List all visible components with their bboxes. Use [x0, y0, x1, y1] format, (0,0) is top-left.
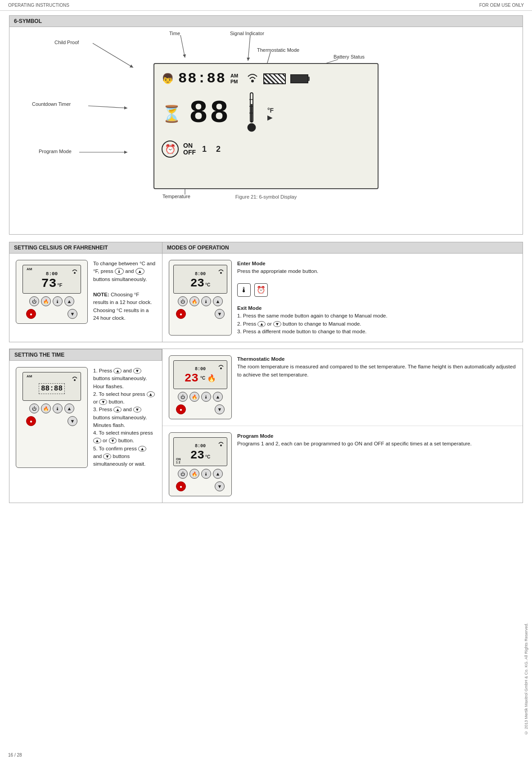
thermo-mode-item: 8:00 23 °C 🔥 ⏻ 🔥 🌡 ▲ ●	[162, 349, 523, 426]
enter-lcd: 8:00 23 °C	[173, 265, 227, 294]
enter-btn-row1: ⏻ 🔥 🌡 ▲	[173, 296, 227, 306]
enter-unit: °C	[205, 282, 210, 287]
svg-point-20	[220, 444, 222, 446]
time-display: 88:88	[178, 70, 226, 87]
thermo-flame: 🔥	[207, 374, 216, 382]
time-steps-text: 1. Press ▲ and ▼ buttons simultaneously.…	[93, 367, 156, 468]
program-mode-desc: Programs 1 and 2, each can be programmed…	[237, 441, 472, 446]
celsius-signal	[71, 267, 79, 275]
time-btn-row2: ● ▼	[23, 416, 81, 426]
modes-header: MODES OF OPERATION	[162, 242, 523, 254]
flame-btn-tm[interactable]: 🔥	[189, 392, 199, 402]
celsius-mini-display: AM 8:00 73 °F ⏻ 🔥 🌡	[16, 260, 88, 324]
time-signal	[71, 374, 79, 382]
program-btn-row1: ⏻ 🔥 🌡 ▲	[173, 469, 227, 479]
up-btn-pm[interactable]: ▲	[213, 469, 223, 479]
thermo-mode-text: Thermostatic Mode The room temperature i…	[237, 355, 516, 419]
up-btn-ts[interactable]: ▲	[64, 404, 74, 413]
power-btn-pm[interactable]: ⏻	[178, 469, 188, 479]
power-btn-em[interactable]: ⏻	[178, 296, 188, 306]
program-lcd: 8:00 23 °C ON1 2	[173, 437, 227, 466]
thermo-btn-ts[interactable]: 🌡	[53, 404, 63, 413]
down-btn-em[interactable]: ▼	[215, 309, 225, 319]
celsius-content: AM 8:00 73 °F ⏻ 🔥 🌡	[9, 254, 162, 330]
exit-mode-label: Exit Mode	[237, 305, 261, 311]
enter-time: 8:00	[195, 272, 206, 277]
red-btn-pm[interactable]: ●	[176, 481, 186, 491]
thermo-temp: 23	[185, 372, 198, 385]
celsius-note-label: NOTE:	[93, 292, 109, 297]
main-content: 6-SYMBOL Child Proof Time Signal Indicat…	[0, 11, 532, 514]
down-btn-pm[interactable]: ▼	[215, 481, 225, 491]
power-btn-tm[interactable]: ⏻	[178, 392, 188, 402]
lower-right: 8:00 23 °C 🔥 ⏻ 🔥 🌡 ▲ ●	[162, 349, 523, 503]
thermostatic-mode-label: Thermostatic Mode	[257, 47, 299, 53]
mode-icon-row: 🌡 ⏰	[237, 283, 516, 297]
display-middle-row: ⏳ 88	[162, 91, 370, 137]
program-mode-text: Program Mode Programs 1 and 2, each can …	[237, 432, 516, 496]
up-btn-tm[interactable]: ▲	[213, 392, 223, 402]
enter-temp: 23	[190, 277, 204, 290]
red-btn-tm[interactable]: ●	[176, 404, 186, 414]
time-ampm: AM	[27, 374, 32, 378]
svg-point-9	[251, 80, 254, 82]
header-left: OPERATING INSTRUCTIONS	[8, 3, 69, 8]
celsius-time-row: 8:00	[46, 271, 58, 277]
power-btn-1[interactable]: ⏻	[29, 296, 39, 306]
program-onoff: ON1 2	[176, 458, 181, 464]
time-section: SETTING THE TIME AM 88:88 ⏻ 🔥 🌡	[9, 349, 162, 503]
down-btn-ts[interactable]: ▼	[68, 416, 77, 426]
thermo-mode-display: 8:00 23 °C 🔥 ⏻ 🔥 🌡 ▲ ●	[169, 355, 232, 419]
am-label: AM	[230, 73, 238, 78]
countdown-timer-label: Countdown Timer	[32, 101, 71, 107]
red-btn-em[interactable]: ●	[176, 309, 186, 319]
thermo-signal	[217, 363, 225, 371]
thermo-btn-tm[interactable]: 🌡	[201, 392, 211, 402]
flame-btn-ts[interactable]: 🔥	[41, 404, 51, 413]
clock-mode-icon: ⏰	[254, 283, 268, 297]
flame-btn-em[interactable]: 🔥	[189, 296, 199, 306]
down-btn-1[interactable]: ▼	[68, 309, 77, 319]
flame-btn-1[interactable]: 🔥	[41, 296, 51, 306]
enter-mode-item: 8:00 23 °C ⏻ 🔥 🌡 ▲ ●	[162, 254, 523, 342]
program-clock-icon: ⏰	[162, 141, 179, 158]
celsius-button-row2: ● ▼	[23, 309, 81, 319]
on-off-display: ON OFF	[183, 142, 196, 156]
temp-large-display: 88	[189, 98, 230, 130]
off-text: OFF	[183, 149, 196, 156]
time-mini-display: AM 88:88 ⏻ 🔥 🌡 ▲ ●	[16, 367, 88, 468]
program-temp: 23	[190, 449, 204, 462]
main-display-box: 👦 88:88 AM PM	[153, 63, 379, 189]
red-btn-ts[interactable]: ●	[26, 416, 36, 426]
thermo-btn-row1: ⏻ 🔥 🌡 ▲	[173, 392, 227, 402]
svg-point-18	[74, 379, 76, 381]
thermo-btn-pm[interactable]: 🌡	[201, 469, 211, 479]
enter-mode-desc: Press the appropriate mode button.	[237, 268, 318, 274]
time-content: AM 88:88 ⏻ 🔥 🌡 ▲ ●	[9, 361, 162, 474]
power-btn-ts[interactable]: ⏻	[29, 404, 39, 413]
celsius-temp-row: 73 °F	[41, 277, 63, 290]
program-unit: °C	[205, 454, 210, 459]
thermo-lcd: 8:00 23 °C 🔥	[173, 360, 227, 389]
red-btn-1[interactable]: ●	[26, 309, 36, 319]
flame-btn-pm[interactable]: 🔥	[189, 469, 199, 479]
symbol-section: 6-SYMBOL Child Proof Time Signal Indicat…	[9, 15, 523, 235]
enter-mode-text: Enter Mode Press the appropriate mode bu…	[237, 260, 516, 336]
svg-point-12	[248, 123, 256, 132]
time-label: Time	[169, 31, 180, 36]
thermo-unit: °C	[200, 376, 205, 381]
thermo-btn-em[interactable]: 🌡	[201, 296, 211, 306]
program-mode-label: Program Mode	[39, 149, 72, 154]
page-footer: 16 / 28	[8, 753, 22, 757]
celsius-lcd: AM 8:00 73 °F	[23, 265, 81, 294]
display-bottom-row: ⏰ ON OFF 1 2	[162, 141, 370, 158]
up-btn-em[interactable]: ▲	[213, 296, 223, 306]
down-btn-tm[interactable]: ▼	[215, 404, 225, 414]
svg-line-2	[248, 35, 250, 61]
thermo-temp-row: 23 °C 🔥	[185, 372, 216, 385]
thermo-btn-1[interactable]: 🌡	[53, 296, 63, 306]
temperature-label: Temperature	[162, 194, 190, 199]
program-temp-row: 23 °C	[190, 449, 210, 462]
program-mode-item: 8:00 23 °C ON1 2 ⏻ 🔥 🌡 ▲ ●	[162, 426, 523, 503]
up-btn-1[interactable]: ▲	[64, 296, 74, 306]
